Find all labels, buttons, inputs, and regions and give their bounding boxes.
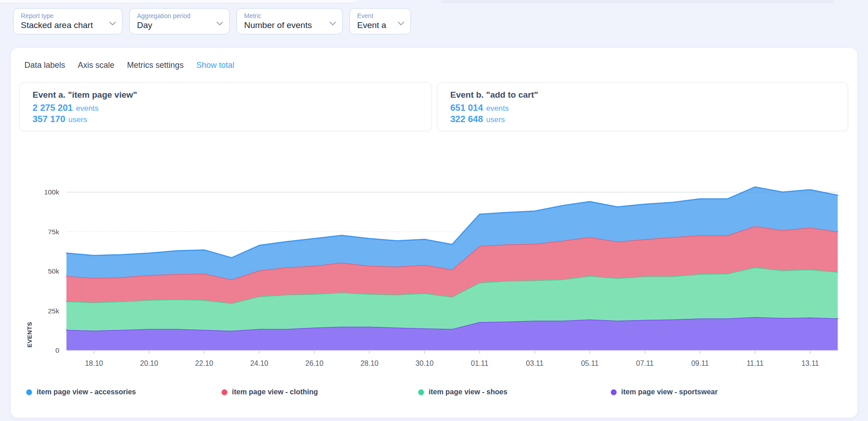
event-label: Event [357, 12, 393, 20]
event-b-events-line: 651 014events [450, 103, 835, 113]
tab-metrics-settings[interactable]: Metrics settings [127, 61, 184, 70]
x-tick-label: 22.10 [195, 360, 213, 367]
legend-item-shoes[interactable]: item page view - shoes [418, 388, 507, 396]
chevron-down-icon [109, 19, 116, 28]
report-type-value: Stacked area chart [21, 20, 105, 30]
x-tick-label: 01.11 [471, 360, 488, 367]
x-tick-label: 09.11 [691, 360, 709, 367]
area-item-page-view-accessories [66, 187, 838, 279]
metric-dropdown[interactable]: Metric Number of events [236, 8, 343, 34]
aggregation-period-label: Aggregation period [137, 12, 212, 20]
metric-value: Number of events [244, 20, 325, 30]
x-tick-label: 05.11 [581, 360, 599, 367]
x-tick-label: 18.10 [85, 360, 103, 367]
event-b-events-count: 651 014 [450, 103, 483, 113]
aggregation-period-value: Day [137, 20, 212, 30]
chart-settings-tabs: Data labels Axis scale Metrics settings … [24, 61, 234, 70]
chart-legend: item page view - accessoriesitem page vi… [11, 388, 857, 404]
legend-dot-icon [611, 389, 617, 395]
legend-dot-icon [222, 389, 227, 395]
report-panel: Data labels Axis scale Metrics settings … [11, 48, 857, 418]
area-line [66, 226, 838, 279]
y-tick-label: 50k [48, 267, 59, 275]
event-b-summary-card: Event b. "add to cart" 651 014events 322… [437, 82, 848, 131]
area-item-page-view-clothing [66, 226, 838, 303]
tab-data-labels[interactable]: Data labels [24, 61, 65, 70]
legend-item-accessories[interactable]: item page view - accessories [26, 388, 136, 396]
legend-item-clothing[interactable]: item page view - clothing [222, 388, 318, 396]
event-a-users-line: 357 170users [33, 114, 419, 124]
event-b-users-count: 322 648 [450, 114, 483, 124]
legend-label: item page view - shoes [429, 388, 507, 396]
x-tick-label: 07.11 [636, 360, 654, 367]
x-tick-label: 30.10 [415, 360, 434, 367]
legend-label: item page view - sportswear [621, 388, 717, 396]
x-tick-label: 24.10 [250, 360, 268, 367]
x-tick-label: 28.10 [360, 360, 378, 367]
legend-item-sportswear[interactable]: item page view - sportswear [611, 388, 717, 396]
y-tick-label: 100k [44, 188, 59, 196]
event-a-events-count: 2 275 201 [33, 103, 73, 113]
chevron-down-icon [330, 19, 336, 28]
legend-dot-icon [26, 389, 32, 395]
event-a-users-count: 357 170 [33, 114, 65, 124]
event-a-users-unit: users [68, 115, 87, 124]
area-item-page-view-sportswear [66, 317, 838, 350]
tab-axis-scale[interactable]: Axis scale [78, 61, 114, 70]
y-tick-label: 75k [48, 228, 59, 236]
event-value: Event a [357, 20, 393, 30]
chevron-down-icon [217, 19, 223, 28]
top-cutoff-panel-left [0, 0, 356, 3]
event-b-events-unit: events [486, 104, 509, 113]
filter-bar: Report type Stacked area chart Aggregati… [13, 8, 411, 34]
area-line [66, 187, 838, 257]
legend-label: item page view - clothing [232, 388, 318, 396]
x-tick-label: 11.11 [746, 360, 764, 367]
event-b-users-line: 322 648users [450, 114, 835, 124]
legend-label: item page view - accessories [37, 388, 136, 396]
area-line [66, 317, 838, 331]
event-a-card-title: Event a. "item page view" [33, 90, 419, 100]
event-a-summary-card: Event a. "item page view" 2 275 201event… [19, 82, 432, 131]
top-cutoff-panel-right [441, 0, 834, 3]
event-dropdown[interactable]: Event Event a [349, 8, 411, 34]
event-a-events-line: 2 275 201events [33, 103, 419, 113]
x-tick-label: 20.10 [140, 360, 158, 367]
chevron-down-icon [398, 19, 404, 28]
event-b-card-title: Event b. "add to cart" [450, 90, 835, 100]
report-type-label: Report type [21, 12, 105, 20]
metric-label: Metric [244, 12, 325, 20]
x-tick-label: 03.11 [526, 360, 543, 367]
area-item-page-view-shoes [66, 267, 838, 331]
report-type-dropdown[interactable]: Report type Stacked area chart [13, 8, 123, 34]
summary-cards: Event a. "item page view" 2 275 201event… [19, 82, 848, 131]
event-b-users-unit: users [486, 115, 505, 124]
legend-dot-icon [418, 389, 424, 395]
x-tick-label: 13.11 [802, 360, 819, 367]
x-tick-label: 26.10 [305, 360, 323, 367]
aggregation-period-dropdown[interactable]: Aggregation period Day [129, 8, 230, 34]
tab-show-total[interactable]: Show total [196, 61, 234, 70]
y-tick-label: 0 [55, 346, 59, 354]
y-axis-title: EVENTS [26, 322, 33, 347]
event-a-events-unit: events [76, 104, 99, 113]
area-line [66, 267, 838, 303]
y-tick-label: 25k [48, 307, 59, 315]
